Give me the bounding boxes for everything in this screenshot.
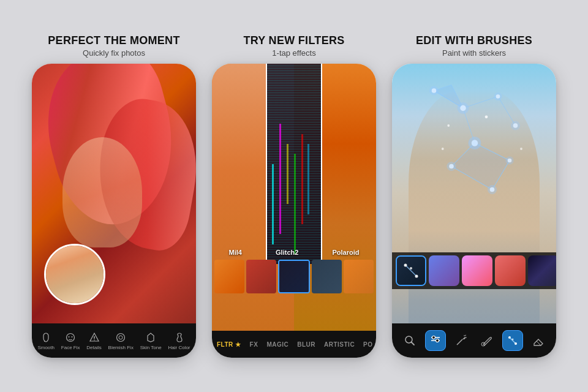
svg-point-32 — [488, 185, 497, 194]
details-icon — [88, 331, 100, 344]
svg-line-9 — [498, 97, 516, 126]
phone3-photo — [392, 64, 556, 323]
eraser-button[interactable] — [528, 330, 549, 351]
phone2-divider-left — [266, 64, 267, 264]
svg-point-39 — [410, 267, 412, 270]
brush-thumb-anime[interactable] — [429, 255, 459, 286]
svg-marker-16 — [451, 143, 510, 190]
phone1-toolbar: Smooth Face Fix — [32, 323, 196, 358]
svg-point-38 — [404, 264, 407, 267]
svg-line-56 — [537, 341, 541, 345]
brush-thumb-selected[interactable] — [396, 255, 426, 286]
glitch-bar-red — [301, 134, 303, 224]
svg-line-50 — [465, 335, 466, 336]
glitch-bar-magenta — [279, 124, 281, 234]
smooth-icon — [40, 331, 52, 344]
svg-point-28 — [447, 162, 456, 171]
skin-tone-label: Skin Tone — [140, 345, 162, 350]
toolbar-skin-tone[interactable]: Skin Tone — [140, 331, 162, 350]
tab-fltr[interactable]: FLTR ★ — [217, 341, 241, 348]
glitch-bar-cyan2 — [307, 144, 309, 214]
tab-blur[interactable]: BLUR — [297, 341, 315, 348]
skin-tone-icon — [145, 331, 157, 344]
phone1-photo — [32, 64, 196, 323]
phone2-thumbnails — [212, 260, 376, 293]
brush-tool-active[interactable] — [502, 330, 523, 351]
blemish-label: Blemish Fix — [108, 345, 134, 350]
sliders-icon — [429, 334, 442, 347]
toolbar-blemish[interactable]: Blemish Fix — [108, 331, 134, 350]
svg-line-47 — [457, 339, 462, 345]
brush-selected-icon — [402, 262, 420, 279]
phone1-face — [62, 137, 142, 247]
hair-color-label: Hair Color — [168, 345, 190, 350]
thumb-filter1[interactable] — [246, 260, 276, 293]
svg-point-36 — [520, 148, 522, 150]
tab-artistic[interactable]: ARTISTIC — [324, 341, 355, 348]
svg-point-18 — [429, 86, 439, 96]
glitch-bar-cyan — [272, 164, 274, 244]
phone1-circle-preview — [44, 244, 105, 305]
phone2-title: TRY NEW FILTERS — [208, 34, 380, 48]
thumb-glitch2[interactable] — [278, 260, 311, 293]
phone2: Mil4 Glitch2 Polaroid — [212, 64, 376, 358]
brush-thumb-galaxy[interactable] — [528, 255, 556, 286]
phone2-subtitle: 1-tap effects — [208, 48, 380, 58]
svg-point-24 — [511, 121, 520, 130]
svg-point-33 — [447, 124, 450, 127]
phone3 — [392, 64, 556, 358]
brush-active-icon — [507, 334, 519, 347]
face-fix-label: Face Fix — [61, 345, 80, 350]
brush-thumb-flowers[interactable] — [495, 255, 526, 286]
face-fix-icon — [64, 331, 77, 344]
details-label: Details — [86, 345, 101, 350]
toolbar-hair-color[interactable]: Hair Color — [168, 331, 190, 350]
smooth-label: Smooth — [37, 345, 55, 350]
svg-point-5 — [117, 333, 125, 341]
filter-label-mil4: Mil4 — [229, 249, 242, 256]
tab-fltr-star: ★ — [235, 341, 241, 348]
thumb-none[interactable] — [214, 260, 244, 293]
svg-point-1 — [69, 336, 70, 337]
brush-thumb-sparkle[interactable] — [462, 255, 492, 286]
toolbar-details[interactable]: Details — [86, 331, 101, 350]
eraser-icon — [532, 334, 545, 347]
toolbar-smooth[interactable]: Smooth — [37, 331, 55, 350]
svg-point-46 — [436, 339, 439, 342]
tab-magic[interactable]: MAGIC — [266, 341, 288, 348]
glitch-bar-yellow — [287, 144, 288, 204]
brush-tool-3[interactable] — [477, 330, 497, 351]
phone1-wrapper: PERFECT THE MOMENT Quickly fix photos — [28, 34, 200, 358]
phone3-header: EDIT WITH BRUSHES Paint with stickers — [388, 34, 560, 58]
svg-point-26 — [469, 137, 481, 149]
toolbar-face-fix[interactable]: Face Fix — [61, 331, 80, 350]
thumb-filter4[interactable] — [344, 260, 374, 293]
blemish-icon — [115, 331, 127, 344]
svg-line-42 — [412, 342, 415, 345]
glitch-bar-green — [294, 154, 296, 254]
brush-tool-1[interactable] — [425, 330, 446, 351]
search-icon — [404, 334, 416, 347]
thumb-filter3[interactable] — [312, 260, 342, 293]
phone2-photo: Mil4 Glitch2 Polaroid — [212, 64, 376, 331]
svg-point-30 — [505, 157, 513, 165]
phone1: Smooth Face Fix — [32, 64, 196, 358]
search-button[interactable] — [399, 330, 420, 351]
svg-point-20 — [458, 102, 469, 114]
phone2-tabs: FLTR ★ FX MAGIC BLUR ARTISTIC PO — [212, 331, 376, 358]
svg-line-37 — [405, 265, 417, 276]
phone1-title: PERFECT THE MOMENT — [28, 34, 200, 48]
svg-point-40 — [415, 275, 418, 278]
svg-point-55 — [512, 339, 514, 341]
tab-po[interactable]: PO — [363, 341, 372, 348]
phone2-divider-right — [321, 64, 322, 264]
svg-point-54 — [514, 342, 517, 345]
phone3-title: EDIT WITH BRUSHES — [388, 34, 560, 48]
brush-tool-2[interactable] — [451, 330, 472, 351]
tab-fx[interactable]: FX — [250, 341, 258, 348]
svg-point-22 — [494, 92, 502, 100]
phones-container: PERFECT THE MOMENT Quickly fix photos — [28, 34, 560, 358]
constellation-overlay — [417, 70, 533, 205]
phone3-toolbar — [392, 323, 556, 358]
brush-thumbs-panel — [392, 252, 556, 289]
